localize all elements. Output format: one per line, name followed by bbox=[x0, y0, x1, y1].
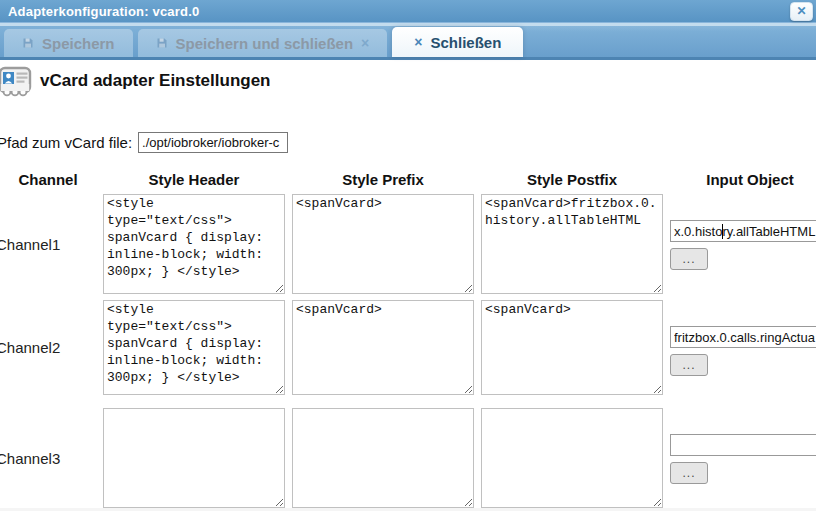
save-disk-icon bbox=[156, 37, 168, 49]
vcard-path-input[interactable] bbox=[138, 132, 288, 153]
style-postfix-textarea[interactable]: <spanVcard>fritzbox.0.history.allTableHT… bbox=[481, 194, 663, 294]
select-object-button[interactable]: ... bbox=[670, 248, 708, 270]
save-disk-icon bbox=[22, 37, 34, 49]
style-prefix-textarea[interactable] bbox=[292, 408, 474, 508]
tab-speichern-label: Speichern bbox=[42, 35, 115, 52]
text-cursor bbox=[722, 224, 723, 239]
tab-speichern-und-schliessen-label: Speichern und schließen bbox=[176, 35, 354, 52]
style-postfix-textarea[interactable]: <spanVcard> bbox=[481, 300, 663, 395]
input-object-field[interactable] bbox=[670, 220, 816, 242]
input-object-field[interactable] bbox=[670, 434, 816, 456]
tab-speichern[interactable]: Speichern bbox=[4, 29, 133, 57]
style-header-textarea[interactable]: <style type="text/css"> spanVcard { disp… bbox=[103, 194, 285, 294]
col-header-input-object: Input Object bbox=[670, 171, 816, 188]
table-row-channel2: Channel2 <style type="text/css"> spanVca… bbox=[0, 300, 816, 395]
table-row-channel3: Channel3 ... bbox=[0, 408, 816, 508]
select-object-button[interactable]: ... bbox=[670, 354, 708, 376]
style-prefix-textarea[interactable]: <spanVcard> bbox=[292, 300, 474, 395]
page-title: vCard adapter Einstellungen bbox=[40, 71, 271, 91]
dialog-titlebar: Adapterkonfiguration: vcard.0 ✕ bbox=[0, 0, 816, 23]
dialog-title: Adapterkonfiguration: vcard.0 bbox=[0, 0, 816, 23]
path-row: Pfad zum vCard file: bbox=[0, 132, 816, 153]
style-header-textarea[interactable] bbox=[103, 408, 285, 508]
adapter-config-content: vCard adapter Einstellungen Pfad zum vCa… bbox=[0, 65, 816, 511]
tab-schliessen-label: Schließen bbox=[430, 34, 501, 51]
channel-label: Channel3 bbox=[0, 450, 60, 467]
channel-label: Channel2 bbox=[0, 339, 60, 356]
col-header-style-header: Style Header bbox=[103, 171, 285, 188]
col-header-style-postfix: Style Postfix bbox=[481, 171, 663, 188]
table-header-row: Channel Style Header Style Prefix Style … bbox=[0, 171, 816, 188]
close-x-icon: × bbox=[414, 34, 422, 50]
tab-schliessen[interactable]: × Schließen bbox=[392, 27, 523, 57]
tab-bar: Speichern Speichern und schließen × × Sc… bbox=[0, 26, 816, 60]
path-label: Pfad zum vCard file: bbox=[0, 134, 132, 151]
input-object-field[interactable] bbox=[670, 326, 816, 348]
tab-speichern-und-schliessen[interactable]: Speichern und schließen × bbox=[138, 29, 388, 57]
channel-label: Channel1 bbox=[0, 236, 60, 253]
table-row-channel1: Channel1 <style type="text/css"> spanVca… bbox=[0, 194, 816, 294]
col-header-style-prefix: Style Prefix bbox=[292, 171, 474, 188]
vcard-icon bbox=[0, 65, 32, 105]
dialog-close-icon[interactable]: ✕ bbox=[790, 2, 813, 21]
style-postfix-textarea[interactable] bbox=[481, 408, 663, 508]
select-object-button[interactable]: ... bbox=[670, 462, 708, 484]
col-header-channel: Channel bbox=[0, 171, 96, 188]
style-prefix-textarea[interactable]: <spanVcard> bbox=[292, 194, 474, 294]
page-header: vCard adapter Einstellungen bbox=[0, 65, 816, 105]
tab-close-x-icon[interactable]: × bbox=[361, 35, 369, 51]
style-header-textarea[interactable]: <style type="text/css"> spanVcard { disp… bbox=[103, 300, 285, 395]
